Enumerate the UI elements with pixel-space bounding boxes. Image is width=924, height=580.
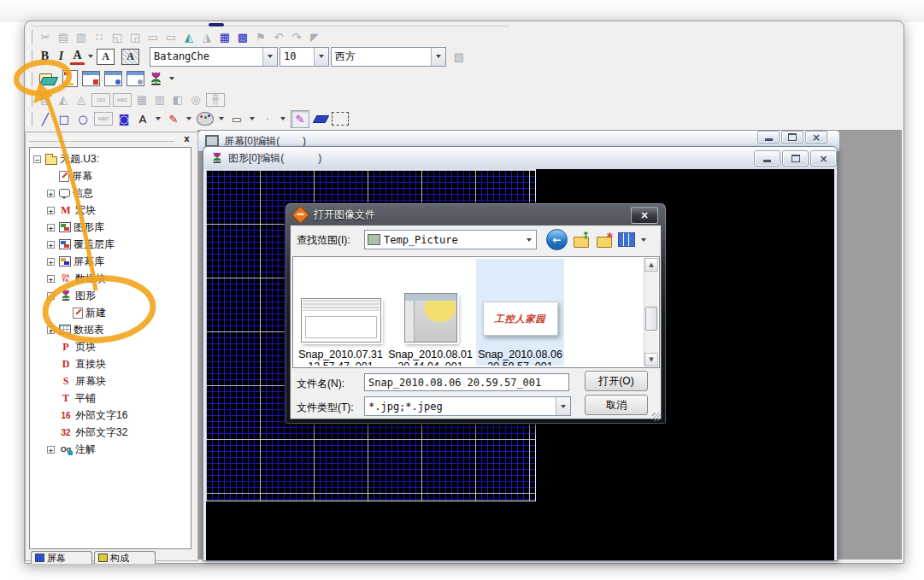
- view-menu-icon-dropdown[interactable]: [641, 238, 646, 242]
- tree-expander[interactable]: +: [47, 326, 55, 334]
- font-size-combo-arrow[interactable]: [314, 48, 328, 66]
- shape-style-icon[interactable]: ▭: [229, 112, 244, 126]
- tree-item[interactable]: −图形: [30, 287, 191, 304]
- frame-large-icon[interactable]: ▭: [163, 30, 179, 44]
- tree-item[interactable]: 16外部文字16: [30, 407, 191, 424]
- scroll-thumb[interactable]: [645, 307, 657, 331]
- dialog-close-button[interactable]: ×: [631, 207, 658, 224]
- tree-item[interactable]: D直接块: [30, 355, 191, 372]
- palette-icon[interactable]: [197, 112, 214, 126]
- pencil-tool-icon[interactable]: ✎: [166, 112, 181, 126]
- new-folder-icon[interactable]: [595, 231, 614, 249]
- open-button[interactable]: 打开(O): [585, 371, 648, 391]
- counter-icon[interactable]: ▦: [134, 92, 150, 107]
- redo-icon[interactable]: ↷: [289, 30, 304, 44]
- font-color-dropdown[interactable]: [88, 55, 93, 58]
- tree-expander[interactable]: +: [47, 258, 55, 266]
- window-settings-icon[interactable]: [127, 71, 144, 86]
- tree-expander[interactable]: +: [47, 190, 55, 197]
- cancel-button[interactable]: 取消: [585, 395, 648, 415]
- toolbar-grip[interactable]: [28, 72, 32, 86]
- font-tool-icon-dropdown[interactable]: [156, 117, 161, 120]
- tree-item[interactable]: 32外部文字32: [30, 424, 191, 441]
- bell-icon[interactable]: ◎: [188, 92, 203, 107]
- chart-icon[interactable]: ▥: [152, 92, 168, 107]
- tree-item[interactable]: P页块: [30, 338, 191, 355]
- pencil-tool-icon-dropdown[interactable]: [186, 117, 191, 120]
- look-in-combo[interactable]: Temp_Picture: [364, 230, 537, 249]
- font-tool-icon[interactable]: A: [135, 112, 150, 126]
- preview-window-icon[interactable]: [104, 71, 122, 86]
- dialog-resize-grip[interactable]: [652, 413, 661, 421]
- toolbar-grip[interactable]: [28, 92, 32, 107]
- tree-item[interactable]: +M宏块: [30, 202, 191, 219]
- marquee-tool-icon[interactable]: [332, 112, 349, 126]
- select-mode-icon[interactable]: ◤: [307, 30, 322, 44]
- rotate-icon[interactable]: ◭: [181, 30, 197, 44]
- digits-icon[interactable]: 123: [91, 93, 110, 107]
- pin-icon[interactable]: ⚑: [253, 30, 268, 44]
- toolbar-grip[interactable]: [28, 30, 32, 44]
- font-name-combo-arrow[interactable]: [262, 48, 277, 66]
- alarm-lamp-icon[interactable]: ◬: [74, 92, 89, 107]
- file-item[interactable]: Snap_2010.08.0120.44.04_001: [386, 259, 474, 366]
- tree-expander[interactable]: −: [47, 292, 55, 300]
- text-abc-icon[interactable]: ABC: [113, 93, 132, 107]
- panel-grip[interactable]: [29, 138, 174, 142]
- copy-shape-icon[interactable]: ◱: [109, 30, 125, 44]
- ellipse-tool-icon[interactable]: ○: [75, 112, 91, 126]
- undo-icon[interactable]: ↶: [271, 30, 286, 44]
- date-icon[interactable]: DD MM YY: [206, 93, 225, 107]
- charset-combo[interactable]: 西方: [331, 47, 446, 67]
- tree-item[interactable]: +Og注解: [30, 441, 191, 458]
- print-icon[interactable]: ▤: [38, 92, 53, 107]
- minimize-button[interactable]: [754, 150, 780, 167]
- palette-icon-dropdown[interactable]: [219, 117, 224, 120]
- panel-close-button[interactable]: x: [181, 133, 192, 144]
- tree-item[interactable]: +覆盖层库: [30, 236, 191, 253]
- file-name-input[interactable]: [364, 373, 569, 391]
- tree-item[interactable]: 屏幕: [30, 167, 191, 185]
- text-invert-button[interactable]: A: [121, 49, 139, 65]
- font-name-combo[interactable]: BatangChe: [150, 47, 278, 67]
- tile-vertical-icon[interactable]: ▩: [235, 30, 250, 44]
- graphic-window-titlebar[interactable]: 图形[0]编辑( ): [203, 147, 837, 169]
- file-type-combo-arrow[interactable]: [556, 397, 570, 415]
- text-tool-icon[interactable]: ABC: [94, 112, 113, 126]
- file-type-combo[interactable]: *.jpg;*.jpeg: [364, 396, 571, 416]
- line-tool-icon[interactable]: ╱: [38, 112, 53, 126]
- open-image-icon[interactable]: [38, 71, 58, 86]
- flip-icon[interactable]: ◮: [199, 30, 215, 44]
- look-in-combo-arrow[interactable]: [522, 231, 536, 249]
- file-item[interactable]: 工控人家园Snap_2010.08.0620.59.57_001: [476, 259, 564, 366]
- tree-item[interactable]: +图形库: [30, 219, 191, 236]
- rect-tool-icon[interactable]: □: [56, 112, 72, 126]
- tree-item[interactable]: +DA TA数据块: [30, 270, 191, 287]
- text-style-icon[interactable]: ▨: [451, 50, 467, 64]
- tree-item[interactable]: +屏幕库: [30, 253, 191, 270]
- back-close-button[interactable]: ×: [805, 131, 827, 144]
- italic-button[interactable]: I: [54, 49, 68, 65]
- paste-icon[interactable]: ▥: [74, 30, 89, 44]
- lamp-icon[interactable]: ◭: [56, 92, 71, 107]
- back-restore-button[interactable]: [781, 131, 803, 144]
- close-button[interactable]: ×: [810, 150, 837, 167]
- tree-item[interactable]: 新建: [30, 304, 191, 321]
- tree-expander[interactable]: −: [33, 155, 41, 163]
- font-color-button[interactable]: A: [70, 49, 85, 65]
- line-style-icon-dropdown[interactable]: [280, 117, 285, 120]
- text-border-button[interactable]: A: [97, 49, 115, 65]
- scroll-down-button[interactable]: ▼: [644, 353, 658, 366]
- charset-combo-arrow[interactable]: [431, 48, 445, 66]
- file-item[interactable]: Snap_2010.07.3112.57.47_001: [297, 259, 385, 366]
- up-folder-icon[interactable]: [572, 231, 591, 249]
- scroll-up-button[interactable]: ▲: [644, 258, 658, 272]
- duplicate-icon[interactable]: ∷: [91, 30, 107, 44]
- tree-item[interactable]: −无题.U3:: [30, 150, 191, 167]
- toolbar-grip[interactable]: [28, 50, 32, 64]
- view-menu-icon[interactable]: [618, 232, 635, 247]
- line-style-icon[interactable]: ·: [260, 112, 275, 126]
- graphic-tulip-icon[interactable]: [149, 72, 163, 86]
- tree-item[interactable]: +信息: [30, 185, 191, 202]
- shape-style-icon-dropdown[interactable]: [250, 117, 255, 120]
